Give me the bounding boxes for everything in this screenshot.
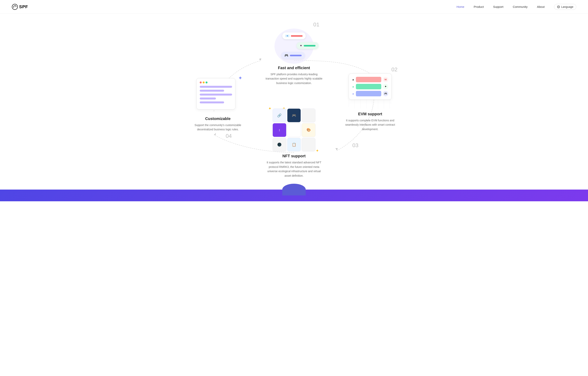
nft-cell-7: 🌑: [273, 138, 286, 152]
nav-links: Home Product Support Community About Lan…: [456, 4, 576, 10]
evm-up-arrow-1: ▲: [352, 78, 354, 81]
slack-bar: [304, 45, 315, 46]
svg-point-0: [12, 4, 18, 10]
fast-title: Fast and efficient: [265, 66, 323, 70]
globe-icon: [557, 5, 560, 8]
footer-bump: [282, 184, 306, 195]
discord-bubble: 🎮: [281, 52, 305, 59]
discord-icon: 🎮: [284, 54, 288, 57]
gmail-bar: [291, 35, 303, 37]
slack-bubble: ✦: [296, 42, 319, 49]
nft-cell-4: ↕: [273, 123, 286, 137]
nft-cell-8: 📋: [287, 138, 301, 152]
discord-bar: [290, 55, 302, 56]
nft-grid: 🔗 🎮 ↕ 🎨 🌑 📋: [273, 109, 315, 152]
feature-customizable: ✦ Customizable Support the community's c…: [190, 78, 245, 132]
doc-line-1: [200, 86, 232, 88]
fast-illustration: 📧 ✦ 🎮: [269, 29, 319, 66]
feature-fast: 01 📧 ✦ 🎮 Fast and efficient SPF platf: [265, 22, 323, 85]
discord-icon-evm: 🎮: [383, 91, 388, 96]
svg-marker-6: [214, 133, 216, 135]
nft-cell-9: [302, 138, 315, 152]
dot-red: [200, 81, 202, 83]
doc-line-2: [200, 90, 224, 92]
evm-bar-teal: [356, 84, 381, 89]
evm-rows: ▲ M ▲ ✦ ▲ 🎮: [349, 74, 392, 100]
evm-title: EVM support: [343, 112, 398, 116]
nft-title: NFT support: [265, 154, 323, 158]
evm-up-arrow-3: ▲: [352, 92, 354, 95]
nft-star-br: ✦: [316, 148, 319, 153]
svg-marker-7: [259, 58, 261, 61]
doc-line-4: [200, 98, 216, 100]
logo-text: SPF: [19, 4, 28, 9]
feature-nft: ✦ ✦ ✦ 🔗 🎮 ↕ 🎨 🌑 📋 NFT support It support…: [265, 109, 323, 178]
step-number-3: 03: [352, 142, 358, 149]
slack-icon-evm: ✦: [383, 84, 388, 89]
slack-icon: ✦: [300, 44, 302, 47]
doc-window-dots: [200, 81, 232, 83]
evm-row-3: ▲ 🎮: [352, 91, 388, 96]
gmail-bubble: 📧: [282, 33, 306, 39]
nav-item-support[interactable]: Support: [493, 5, 504, 9]
evm-illustration: ▲ M ▲ ✦ ▲ 🎮: [349, 74, 392, 109]
nft-cell-6: 🎨: [302, 123, 315, 137]
nft-illustration: ✦ ✦ ✦ 🔗 🎮 ↕ 🎨 🌑 📋: [271, 109, 317, 152]
language-button[interactable]: Language: [554, 4, 576, 10]
evm-desc: It supports complete EVM functions and s…: [343, 118, 398, 131]
language-label: Language: [561, 5, 573, 8]
nav-item-home[interactable]: Home: [456, 5, 464, 9]
step-number-1: 01: [265, 22, 323, 28]
evm-bar-indigo: [356, 91, 381, 96]
fast-desc: SPF platform provides industry-leading t…: [265, 72, 323, 85]
footer-bar: [0, 189, 588, 201]
doc-illustration: ✦: [196, 78, 239, 113]
nft-cell-3: [302, 109, 315, 122]
step-number-2: 02: [343, 66, 398, 73]
evm-row-2: ▲ ✦: [352, 84, 388, 89]
nav-item-about[interactable]: About: [537, 5, 545, 9]
spf-logo-icon: [12, 4, 18, 10]
doc-line-5: [200, 101, 224, 103]
nft-star-tl: ✦: [268, 106, 272, 111]
evm-up-arrow-2: ▲: [352, 85, 354, 88]
evm-bar-pink: [356, 77, 381, 82]
nft-cell-1: 🔗: [273, 109, 286, 122]
dot-yellow: [203, 81, 205, 83]
feature-evm: 02 ▲ M ▲ ✦ ▲: [343, 66, 398, 131]
features-section: 01 📧 ✦ 🎮 Fast and efficient SPF platf: [0, 14, 588, 186]
doc-card: [196, 78, 235, 110]
nft-cell-5: [287, 123, 301, 137]
doc-line-3: [200, 94, 232, 96]
features-container: 01 📧 ✦ 🎮 Fast and efficient SPF platf: [187, 22, 401, 182]
customizable-desc: Support the community's customizable dec…: [190, 123, 245, 132]
nav-item-product[interactable]: Product: [474, 5, 484, 9]
svg-marker-5: [335, 148, 338, 151]
dot-green: [206, 81, 208, 83]
gmail-icon-evm: M: [383, 77, 388, 82]
diamond-star-icon: ✦: [238, 75, 242, 81]
customizable-title: Customizable: [190, 116, 245, 121]
logo[interactable]: SPF: [12, 4, 28, 10]
nft-cell-2: 🎮: [287, 109, 301, 122]
navbar: SPF Home Product Support Community About…: [0, 0, 588, 14]
evm-row-1: ▲ M: [352, 77, 388, 82]
nav-item-community[interactable]: Community: [513, 5, 528, 9]
gmail-icon: 📧: [285, 34, 289, 38]
step-number-4: 04: [226, 133, 232, 139]
language-button-container[interactable]: Language: [554, 4, 576, 10]
nft-desc: It supports the latest standard advanced…: [265, 160, 323, 178]
